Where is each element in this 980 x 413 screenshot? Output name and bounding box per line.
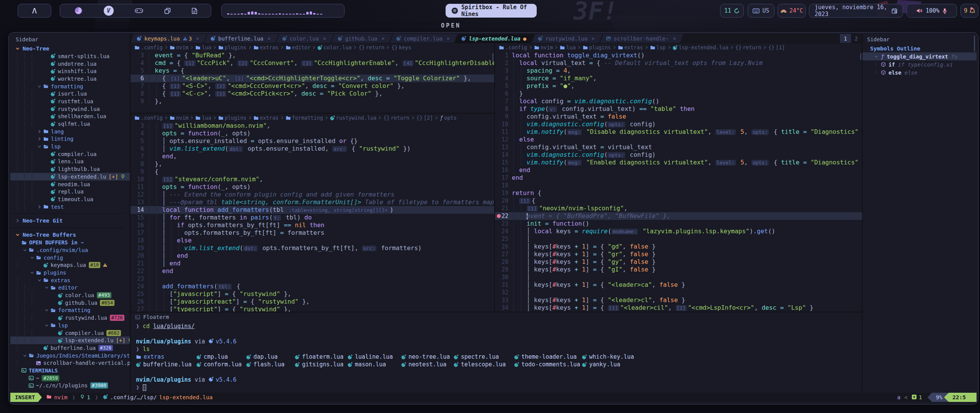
file-entry[interactable]: telescope.lua [454, 361, 514, 368]
code-line[interactable]: 20│ [1]{ [495, 197, 862, 205]
code-line[interactable]: 19│ │ │ │ │ vim.list_extend(dst: opts.fo… [131, 244, 494, 252]
code-line[interactable]: 1local function toggle_diag_virtext() [495, 52, 862, 59]
code-line[interactable]: 15│ │ │ for ft, formatters in pairs(t: t… [131, 214, 494, 221]
code-line[interactable]: 32│ │ │ [495, 289, 862, 296]
tree-item[interactable]: │bufferline.lua#328 [16, 344, 130, 352]
sidebar-section-neo-tree-buffers[interactable]: Neo-Tree Buffers [16, 231, 130, 239]
tree-item[interactable]: ~#2859 [16, 374, 130, 382]
tree-item[interactable]: │││timeout.lua [16, 195, 130, 203]
tree-item[interactable]: ~/.c/n/l/plugins#3980 [16, 382, 130, 390]
tabpage-1[interactable]: 1 [840, 34, 851, 43]
code-line[interactable]: 14│ │ local function add_formatters(tbl … [131, 206, 494, 214]
code-line[interactable]: 6│ } [495, 90, 862, 98]
outline-item[interactable]: └elseelse [867, 68, 977, 76]
controller-icon[interactable] [135, 8, 143, 14]
code-line[interactable]: 29│ │ │ keys[#keys + 1] = { "gI", false … [495, 266, 862, 273]
tree-item[interactable]: plugins [16, 269, 130, 276]
code-line[interactable]: 5│ │ │ opts.ensure_installed = opts.ensu… [131, 137, 494, 145]
floaterm-panel[interactable]: Floaterm ❭cdlua/plugins/nvim/lua/plugins… [131, 312, 862, 392]
windows-icon[interactable] [164, 8, 171, 14]
tree-item[interactable]: ││lsp [16, 143, 130, 150]
tree-item[interactable]: │││color.lua#493 [16, 291, 130, 299]
file-entry[interactable]: bufferline.lua [136, 361, 196, 368]
code-line[interactable]: 22│ │ event = { "BufReadPre", "BufNewFil… [495, 212, 862, 220]
launcher-button[interactable]: Λ [18, 4, 51, 18]
code-line[interactable]: 11│ │ opts = function(_, opts) [131, 183, 494, 191]
tree-item[interactable]: .config/nvim/lua [16, 246, 130, 254]
code-line[interactable]: 7│ │ end, [131, 153, 494, 160]
tree-item[interactable]: │││rustfmt.lua [16, 98, 130, 105]
tree-item[interactable]: │scrollbar-handle-vertical.p [16, 359, 130, 367]
editor-pane-lsp-extended-lua[interactable]: .confignvimluapluginsextraslsplsp-extend… [495, 43, 862, 312]
file-entry[interactable]: flash.lua [246, 361, 295, 368]
tree-item[interactable]: │keymaps.lua#10 [16, 262, 130, 269]
tree-item[interactable]: ││editor [16, 284, 130, 292]
code-line[interactable]: 27│ │ │ keys[#keys + 1] = { "gr", false … [495, 250, 862, 258]
editor-pane-color-lua[interactable]: .confignvimluapluginsextraseditorcolor.l… [131, 43, 494, 114]
tab-keymaps-lua[interactable]: keymaps.lua3× [131, 34, 207, 43]
terminal-output[interactable]: ❭cdlua/plugins/nvim/lua/pluginsviav5.4.6… [131, 322, 862, 392]
code-line[interactable]: 6│ │ { [1]"<leader>uC", [2]"<cmd>CccHigh… [131, 75, 494, 82]
code-line[interactable]: 23│ │ [131, 275, 494, 283]
tab-rustywind-lua[interactable]: rustywind.lua× [532, 34, 602, 43]
tree-item[interactable]: │││smart-splits.lua [16, 52, 130, 60]
tree-item[interactable]: │││worktree.lua [16, 75, 130, 83]
scrollbar-handle[interactable] [860, 53, 861, 60]
code-line[interactable]: 8│ if type(v: config.virtual_text) == "t… [495, 105, 862, 113]
code-line[interactable]: 34│ │ │ keys[#keys + 1] = { [1]"<leader>… [495, 304, 862, 312]
tree-item[interactable]: Juegos/Indies/SteamLibrary/st [16, 352, 130, 359]
workspace-vim-button[interactable]: V [104, 6, 114, 16]
code-line[interactable]: 21│ │ │ end [131, 260, 494, 267]
tree-item[interactable]: │││lsp-extended.lu[+] [10, 173, 130, 180]
close-tab-button[interactable]: × [673, 36, 676, 41]
code-line[interactable]: 7│ │ { [1]"<S-C>", [2]"<cmd>CccConvert<c… [131, 82, 494, 90]
tree-item[interactable]: │││isort.lua [16, 90, 130, 98]
tree-item[interactable]: │││compiler.lua [16, 150, 130, 158]
file-entry[interactable]: which-key.lua [582, 353, 634, 361]
symbols-outline-header[interactable]: Symbols Outline [867, 45, 977, 52]
code-line[interactable]: 12│ else [495, 136, 862, 143]
code-line[interactable]: 26│ │ │ ["javascriptreact"] = { "rustywi… [131, 298, 494, 306]
sidebar-section-neo-tree[interactable]: Neo-Tree [16, 45, 130, 52]
updates-widget[interactable]: 11 [720, 4, 744, 18]
code-line[interactable]: 9│ │ config.virtual_text = false [495, 113, 862, 120]
code-line[interactable]: 4│ │ source = "if_many", [495, 75, 862, 82]
code-line[interactable]: 10│ │ vim.diagnostic.config(opts: config… [495, 120, 862, 128]
code-line[interactable]: 24│ │ add_formatters(tbl: { [131, 283, 494, 290]
tree-item[interactable]: OPEN BUFFERS in ~ [16, 239, 130, 246]
tree-item[interactable]: ││lang [16, 128, 130, 135]
close-tab-button[interactable]: × [196, 36, 199, 41]
code-line[interactable]: 8│ }, [131, 160, 494, 168]
firefox-icon[interactable] [74, 7, 83, 15]
tree-item[interactable]: │││lsp-extended.lu[+] [10, 337, 130, 344]
tree-item[interactable]: ││lsp [16, 322, 130, 329]
tree-item[interactable]: │extras [16, 276, 130, 284]
code-line[interactable]: 10│ │ [1]"stevearc/conform.nvim", [131, 176, 494, 183]
code-line[interactable]: 3│ │ [1]"williamboman/mason.nvim", [131, 122, 494, 130]
tree-item[interactable]: │││repl.lua [16, 188, 130, 195]
tab-github-lua[interactable]: github.lua× [332, 34, 392, 43]
code-line[interactable]: 13│ │ config.virtual_text = virtual_text [495, 143, 862, 151]
file-entry[interactable]: spectre.lua [454, 353, 514, 361]
code-line[interactable]: 4│ │ opts = function(_, opts) [131, 130, 494, 137]
weather-widget[interactable]: 24°C [777, 4, 806, 18]
sidebar-section-neo-tree-git[interactable]: Neo-Tree Git [16, 217, 130, 224]
code-line[interactable]: 21│ │ [1]"neovim/nvim-lspconfig", [495, 205, 862, 212]
code-line[interactable]: 33│ │ │ keys[#keys + 1] = { "<leader>cl"… [495, 296, 862, 304]
code-line[interactable]: 9│ { [131, 168, 494, 176]
code-line[interactable]: 18 [495, 182, 862, 189]
code-line[interactable]: 17│ │ │ │ │ opts.formatters_by_ft[ft] = … [131, 229, 494, 237]
code-line[interactable]: 13│ │ │ ---@param tbl table<string, conf… [131, 198, 494, 206]
code-line[interactable]: 22│ │ end [131, 267, 494, 275]
scrollbar-handle[interactable] [492, 53, 493, 62]
tree-item[interactable]: │││undotree.lua [16, 60, 130, 68]
code-line[interactable]: 5│ │ prefix = "●", [495, 82, 862, 90]
file-entry[interactable]: todo-comments.lua [514, 361, 582, 368]
tree-item[interactable]: ││test [16, 203, 130, 211]
code-line[interactable]: 16│ │ │ │ if opts.formatters_by_ft[ft] =… [131, 221, 494, 229]
file-entry[interactable]: extras [136, 353, 196, 361]
tree-item[interactable]: ││formatting [16, 307, 130, 314]
tree-item[interactable]: │││neodim.lua [16, 180, 130, 188]
keyboard-layout-widget[interactable]: US [748, 4, 774, 18]
tree-item[interactable]: ││formatting [16, 83, 130, 90]
